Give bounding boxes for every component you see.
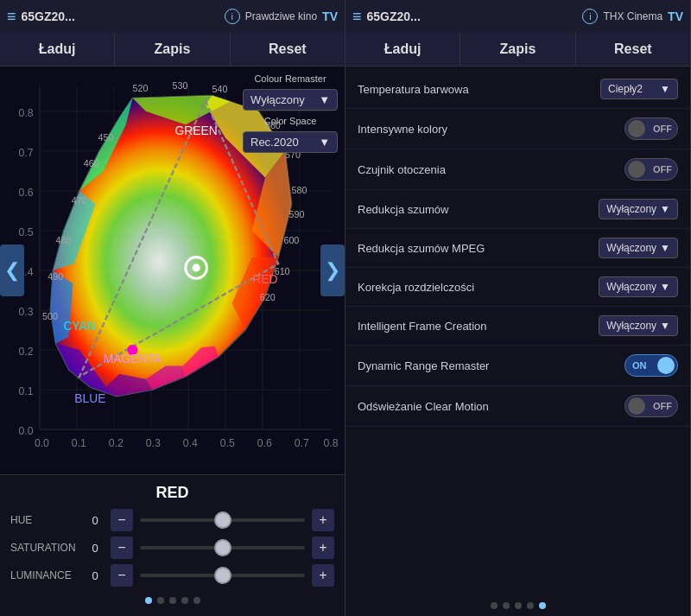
left-nav-arrow[interactable]: ❮ <box>0 244 24 296</box>
right-reset-button[interactable]: Reset <box>576 33 690 66</box>
redukcja-mpeg-value: Wyłączony <box>606 242 656 254</box>
svg-text:580: 580 <box>292 185 307 195</box>
setting-control-2 <box>624 158 678 181</box>
colour-remaster-dropdown[interactable]: Wyłączony ▼ <box>243 89 338 111</box>
redukcja-mpeg-dropdown[interactable]: Wyłączony ▼ <box>599 238 678 258</box>
saturation-slider-thumb[interactable] <box>214 539 231 556</box>
left-header-title: 65GZ20... <box>22 10 219 23</box>
intensywne-toggle[interactable] <box>624 117 678 140</box>
right-load-button[interactable]: Ładuj <box>346 33 460 66</box>
left-dot-2[interactable] <box>157 597 164 604</box>
svg-text:520: 520 <box>132 83 148 93</box>
hue-minus-button[interactable]: − <box>111 509 133 531</box>
luminance-label: LUMINANCE <box>10 569 79 581</box>
right-menu-icon[interactable]: ≡ <box>352 8 362 26</box>
ifc-arrow: ▼ <box>660 320 670 332</box>
left-panel: ≡ 65GZ20... i Prawdziwe kino TV Ładuj Za… <box>0 0 346 616</box>
left-toolbar: Ładuj Zapis Reset <box>0 33 345 67</box>
right-dot-3[interactable] <box>515 602 522 609</box>
saturation-value: 0 <box>86 542 104 555</box>
cie-controls: Colour Remaster Wyłączony ▼ Color Space … <box>243 73 338 153</box>
svg-text:0.8: 0.8 <box>323 437 338 449</box>
right-info-icon[interactable]: i <box>582 9 598 24</box>
left-load-button[interactable]: Ładuj <box>0 33 115 66</box>
svg-text:0.2: 0.2 <box>109 437 124 449</box>
drr-toggle[interactable] <box>624 354 678 377</box>
color-space-dropdown[interactable]: Rec.2020 ▼ <box>243 131 338 153</box>
saturation-plus-button[interactable]: + <box>312 537 334 559</box>
left-header: ≡ 65GZ20... i Prawdziwe kino TV <box>0 0 345 33</box>
slider-title: RED <box>10 484 334 502</box>
left-dot-3[interactable] <box>169 597 176 604</box>
svg-text:0.7: 0.7 <box>295 437 309 449</box>
svg-text:590: 590 <box>289 209 305 219</box>
left-dot-4[interactable] <box>181 597 188 604</box>
czujnik-toggle[interactable] <box>624 158 678 181</box>
setting-row-2: Czujnik otoczenia <box>346 149 690 190</box>
luminance-slider-track[interactable] <box>140 574 305 577</box>
right-panel: ≡ 65GZ20... i THX Cinema TV Ładuj Zapis … <box>346 0 691 616</box>
luminance-plus-button[interactable]: + <box>312 564 334 587</box>
left-reset-button[interactable]: Reset <box>231 33 345 66</box>
luminance-minus-button[interactable]: − <box>111 564 133 587</box>
hue-slider-track[interactable] <box>140 518 305 522</box>
setting-row-8: Odświeżanie Clear Motion <box>346 386 690 427</box>
left-dot-5[interactable] <box>193 597 200 604</box>
saturation-slider-track[interactable] <box>140 546 305 549</box>
left-info-icon[interactable]: i <box>225 9 240 24</box>
setting-control-8 <box>624 395 678 417</box>
setting-control-1 <box>624 117 678 140</box>
korekcja-dropdown[interactable]: Wyłączony ▼ <box>599 276 678 297</box>
right-header: ≡ 65GZ20... i THX Cinema TV <box>346 0 690 33</box>
setting-control-7 <box>624 354 678 377</box>
svg-text:0.6: 0.6 <box>18 187 33 199</box>
color-space-value: Rec.2020 <box>250 136 299 149</box>
left-save-button[interactable]: Zapis <box>115 33 230 66</box>
left-dot-1[interactable] <box>145 597 152 604</box>
color-space-arrow: ▼ <box>319 136 330 149</box>
svg-text:460: 460 <box>84 158 99 168</box>
right-dot-4[interactable] <box>527 602 534 609</box>
svg-text:620: 620 <box>260 292 276 302</box>
setting-row-5: Korekcja rozdzielczości Wyłączony ▼ <box>346 268 690 307</box>
luminance-slider-thumb[interactable] <box>214 567 231 584</box>
ifc-value: Wyłączony <box>606 320 656 332</box>
setting-name-3: Redukcja szumów <box>358 203 449 216</box>
right-dot-5[interactable] <box>539 602 546 609</box>
temperatura-dropdown[interactable]: Ciepły2 ▼ <box>600 79 678 99</box>
setting-control-4: Wyłączony ▼ <box>599 238 678 258</box>
saturation-minus-button[interactable]: − <box>111 537 133 559</box>
svg-text:610: 610 <box>275 266 290 276</box>
redukcja-value: Wyłączony <box>606 203 656 215</box>
svg-text:0.2: 0.2 <box>18 346 33 358</box>
svg-text:0.0: 0.0 <box>35 437 49 449</box>
slider-section: RED HUE 0 − + SATURATION 0 − + LUMINANCE… <box>0 474 345 616</box>
ocm-toggle[interactable] <box>624 395 678 417</box>
svg-text:0.0: 0.0 <box>18 425 33 437</box>
hue-slider-thumb[interactable] <box>214 511 231 529</box>
hue-plus-button[interactable]: + <box>312 509 334 531</box>
luminance-value: 0 <box>86 569 104 582</box>
right-save-button[interactable]: Zapis <box>460 33 575 66</box>
svg-text:CYAN: CYAN <box>63 319 95 333</box>
setting-control-5: Wyłączony ▼ <box>599 276 678 297</box>
setting-row-3: Redukcja szumów Wyłączony ▼ <box>346 190 690 229</box>
redukcja-mpeg-arrow: ▼ <box>660 242 670 254</box>
setting-name-6: Intelligent Frame Creation <box>358 320 487 333</box>
right-settings-content: Temperatura barwowa Ciepły2 ▼ Intensywne… <box>346 67 690 595</box>
right-dot-1[interactable] <box>491 602 498 609</box>
temperatura-value: Ciepły2 <box>608 83 643 95</box>
ifc-dropdown[interactable]: Wyłączony ▼ <box>599 315 678 336</box>
svg-text:540: 540 <box>212 84 228 94</box>
right-nav-arrow-left-panel[interactable]: ❯ <box>320 244 345 296</box>
hue-row: HUE 0 − + <box>10 509 334 531</box>
right-dot-2[interactable] <box>503 602 510 609</box>
cie-chart-section: ❮ <box>0 67 345 474</box>
svg-text:BLUE: BLUE <box>74 391 105 405</box>
svg-text:450: 450 <box>98 132 114 143</box>
setting-name-1: Intensywne kolory <box>358 123 447 136</box>
svg-text:0.6: 0.6 <box>257 437 272 449</box>
left-menu-icon[interactable]: ≡ <box>7 8 16 26</box>
redukcja-dropdown[interactable]: Wyłączony ▼ <box>599 199 678 219</box>
svg-text:500: 500 <box>42 311 58 321</box>
